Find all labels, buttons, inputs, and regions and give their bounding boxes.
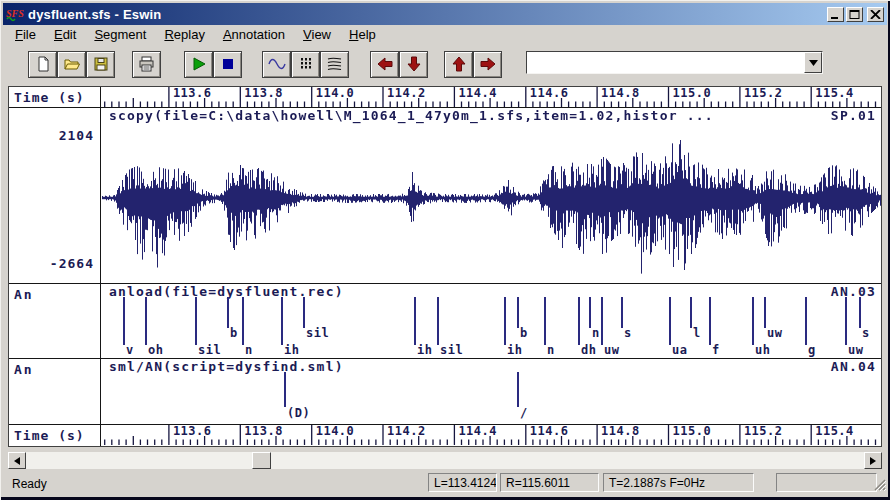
annotation-label: n [547,343,555,357]
nav-left-button[interactable] [370,51,399,78]
annotation-boundary[interactable] [621,297,623,328]
scroll-left-button[interactable] [8,452,26,469]
annotation-boundary[interactable] [690,297,692,328]
status-extra [776,473,877,492]
annotation-boundary[interactable] [709,297,711,345]
display-area: Time (s) 113.6113.8114.0114.2114.4114.61… [8,86,882,447]
annotation-boundary[interactable] [752,297,754,345]
svg-text:114.2: 114.2 [387,425,426,438]
time-ruler-top[interactable]: 113.6113.8114.0114.2114.4114.6114.8115.0… [102,87,881,107]
svg-text:113.8: 113.8 [244,425,283,438]
svg-text:115.2: 115.2 [744,425,783,438]
history-combobox[interactable] [526,51,823,74]
menu-file[interactable]: File [6,25,45,44]
time-ruler-bottom-row[interactable]: Time (s) 113.6113.8114.0114.2114.4114.61… [9,425,881,446]
combobox-value[interactable] [527,52,804,73]
an1-channel-id: AN.03 [831,284,876,298]
menu-annotation[interactable]: Annotation [214,25,294,44]
scroll-right-button[interactable] [864,452,882,469]
annotation-boundary[interactable] [601,297,603,345]
annotation-boundary[interactable] [544,297,546,345]
print-button[interactable] [132,51,161,78]
annotation-boundary[interactable] [859,297,861,328]
annotation-label: s [862,326,870,340]
maximize-button[interactable] [846,7,863,22]
annotation-row-1[interactable]: An anload(file=dysfluent.rec) AN.03 vohs… [9,284,881,359]
annotation-label: ua [672,343,687,357]
horizontal-scrollbar[interactable] [8,452,882,469]
close-button[interactable] [867,7,884,22]
combobox-dropdown-button[interactable] [804,52,822,73]
save-button[interactable] [86,51,115,78]
svg-text:114.6: 114.6 [530,87,569,100]
annotation-boundary[interactable] [517,297,519,328]
menu-help[interactable]: Help [340,25,385,44]
annotation-boundary[interactable] [669,297,671,345]
annotation-boundary[interactable] [284,372,286,407]
annotation-boundary[interactable] [517,372,519,407]
time-ruler-top-row[interactable]: Time (s) 113.6113.8114.0114.2114.4114.61… [9,87,881,108]
scrollbar-thumb[interactable] [252,452,271,469]
svg-text:114.2: 114.2 [387,87,426,100]
stop-button[interactable] [213,51,242,78]
annotation-boundary[interactable] [303,297,305,328]
annotation-boundary[interactable] [145,297,147,345]
spectrum-view-button[interactable] [291,51,320,78]
new-file-button[interactable] [28,51,57,78]
annotation-label: uw [767,326,782,340]
annotation-boundary[interactable] [123,297,125,345]
annotation-boundary[interactable] [504,297,506,345]
window-title: dysfluent.sfs - Eswin [28,7,162,22]
time-axis-label-bottom: Time (s) [14,428,85,443]
annotation-boundary[interactable] [764,297,766,328]
waveform-row[interactable]: 2104 -2664 scopy(file=C:\data\howell\M_1… [9,108,881,284]
annotation-label: uw [848,343,863,357]
annotation-label: s [624,326,632,340]
menu-edit[interactable]: Edit [45,25,85,44]
menu-segment[interactable]: Segment [85,25,155,44]
menu-view[interactable]: View [294,25,340,44]
time-ruler-bottom[interactable]: 113.6113.8114.0114.2114.4114.6114.8115.0… [102,425,881,446]
tier-view-button[interactable] [320,51,349,78]
nav-down-button[interactable] [399,51,428,78]
annotation-label: f [712,343,720,357]
waveform-header: scopy(file=C:\data\howell\M_1064_1_47y0m… [109,108,714,122]
app-window: SFS dysfluent.sfs - Eswin FileEditSegmen… [0,0,890,500]
svg-text:114.6: 114.6 [530,425,569,438]
resize-grip[interactable] [873,478,886,494]
an2-channel-id: AN.04 [831,359,876,373]
annotation-boundary[interactable] [805,297,807,345]
annotation-row-2[interactable]: An sml/AN(script=dysfind.sml) AN.04 (D)/ [9,359,881,425]
annotation-panel-2[interactable]: sml/AN(script=dysfind.sml) AN.04 (D)/ [102,359,881,424]
svg-text:113.6: 113.6 [173,425,212,438]
menu-replay[interactable]: Replay [155,25,213,44]
nav-right-button[interactable] [473,51,502,78]
annotation-boundary[interactable] [578,297,580,345]
waveform-channel-id: SP.01 [831,108,876,122]
svg-text:113.8: 113.8 [244,87,283,100]
waveform-panel[interactable]: scopy(file=C:\data\howell\M_1064_1_47y0m… [102,108,881,283]
annotation-label: / [520,406,528,420]
annotation-boundary[interactable] [281,297,283,345]
annotation-boundary[interactable] [227,297,229,328]
svg-text:115.0: 115.0 [673,425,712,438]
an1-type-label: An [14,287,34,302]
title-bar[interactable]: SFS dysfluent.sfs - Eswin [3,3,887,25]
annotation-boundary[interactable] [437,297,439,345]
svg-text:114.8: 114.8 [601,425,640,438]
annotation-boundary[interactable] [195,297,197,345]
minimize-button[interactable] [827,7,844,22]
nav-up-button[interactable] [444,51,473,78]
annotation-boundary[interactable] [589,297,591,328]
annotation-boundary[interactable] [414,297,416,345]
waveform-view-button[interactable] [262,51,291,78]
annotation-label: sil [306,326,329,340]
annotation-boundary[interactable] [845,297,847,345]
status-message: Ready [12,477,47,491]
annotation-panel-1[interactable]: anload(file=dysfluent.rec) AN.03 vohsilb… [102,284,881,358]
annotation-label: sil [440,343,463,357]
waveform-canvas[interactable] [102,108,881,283]
annotation-boundary[interactable] [242,297,244,345]
play-button[interactable] [184,51,213,78]
open-file-button[interactable] [57,51,86,78]
